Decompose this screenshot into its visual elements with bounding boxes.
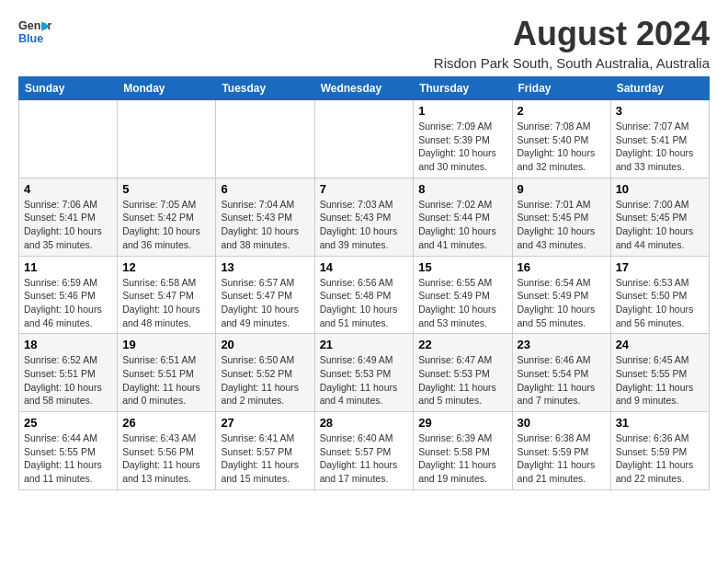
header-cell-saturday: Saturday (610, 77, 709, 100)
calendar-week-row: 18Sunrise: 6:52 AM Sunset: 5:51 PM Dayli… (19, 334, 710, 412)
day-number: 2 (518, 104, 606, 118)
day-info: Sunrise: 7:01 AM Sunset: 5:45 PM Dayligh… (518, 198, 606, 252)
calendar-cell: 5Sunrise: 7:05 AM Sunset: 5:42 PM Daylig… (118, 178, 216, 256)
day-number: 12 (122, 260, 210, 274)
calendar-cell: 12Sunrise: 6:58 AM Sunset: 5:47 PM Dayli… (118, 256, 216, 334)
calendar-week-row: 11Sunrise: 6:59 AM Sunset: 5:46 PM Dayli… (19, 256, 710, 334)
calendar-cell: 19Sunrise: 6:51 AM Sunset: 5:51 PM Dayli… (118, 334, 216, 412)
day-info: Sunrise: 7:00 AM Sunset: 5:45 PM Dayligh… (616, 198, 704, 252)
day-info: Sunrise: 6:50 AM Sunset: 5:52 PM Dayligh… (221, 353, 309, 408)
calendar-cell: 31Sunrise: 6:36 AM Sunset: 5:59 PM Dayli… (610, 412, 709, 490)
calendar-cell: 23Sunrise: 6:46 AM Sunset: 5:54 PM Dayli… (512, 334, 610, 412)
day-number: 9 (518, 182, 606, 196)
calendar-cell: 15Sunrise: 6:55 AM Sunset: 5:49 PM Dayli… (414, 256, 512, 334)
logo: General Blue (18, 15, 51, 48)
day-info: Sunrise: 6:53 AM Sunset: 5:50 PM Dayligh… (616, 276, 704, 330)
svg-text:Blue: Blue (18, 32, 43, 45)
header-row: SundayMondayTuesdayWednesdayThursdayFrid… (19, 77, 710, 100)
calendar-cell: 25Sunrise: 6:44 AM Sunset: 5:55 PM Dayli… (19, 412, 118, 490)
day-number: 19 (122, 338, 210, 351)
day-number: 13 (221, 260, 309, 274)
calendar-cell: 24Sunrise: 6:45 AM Sunset: 5:55 PM Dayli… (610, 334, 709, 412)
day-number: 1 (418, 104, 506, 118)
day-info: Sunrise: 6:36 AM Sunset: 5:59 PM Dayligh… (616, 431, 704, 486)
calendar-cell: 4Sunrise: 7:06 AM Sunset: 5:41 PM Daylig… (19, 178, 118, 256)
day-info: Sunrise: 6:54 AM Sunset: 5:49 PM Dayligh… (518, 276, 606, 330)
day-number: 16 (518, 260, 606, 274)
calendar-subtitle: Risdon Park South, South Australia, Aust… (434, 55, 710, 71)
day-info: Sunrise: 6:47 AM Sunset: 5:53 PM Dayligh… (418, 353, 506, 408)
day-number: 4 (24, 182, 112, 196)
calendar-cell: 14Sunrise: 6:56 AM Sunset: 5:48 PM Dayli… (314, 256, 414, 334)
day-number: 6 (221, 182, 309, 196)
day-number: 31 (616, 416, 704, 430)
calendar-cell: 29Sunrise: 6:39 AM Sunset: 5:58 PM Dayli… (414, 412, 512, 490)
day-info: Sunrise: 7:03 AM Sunset: 5:43 PM Dayligh… (320, 198, 409, 252)
calendar-cell: 28Sunrise: 6:40 AM Sunset: 5:57 PM Dayli… (314, 412, 414, 490)
day-info: Sunrise: 6:55 AM Sunset: 5:49 PM Dayligh… (418, 276, 506, 330)
calendar-cell: 3Sunrise: 7:07 AM Sunset: 5:41 PM Daylig… (610, 100, 709, 178)
day-info: Sunrise: 7:04 AM Sunset: 5:43 PM Dayligh… (221, 198, 309, 252)
calendar-cell: 2Sunrise: 7:08 AM Sunset: 5:40 PM Daylig… (512, 100, 610, 178)
day-info: Sunrise: 6:59 AM Sunset: 5:46 PM Dayligh… (24, 276, 112, 330)
calendar-cell: 17Sunrise: 6:53 AM Sunset: 5:50 PM Dayli… (610, 256, 709, 334)
day-info: Sunrise: 6:43 AM Sunset: 5:56 PM Dayligh… (122, 431, 210, 486)
day-number: 26 (122, 416, 210, 430)
calendar-cell: 18Sunrise: 6:52 AM Sunset: 5:51 PM Dayli… (19, 334, 118, 412)
header-cell-monday: Monday (118, 77, 216, 100)
day-number: 8 (418, 182, 506, 196)
calendar-week-row: 25Sunrise: 6:44 AM Sunset: 5:55 PM Dayli… (19, 412, 710, 490)
calendar-title: August 2024 (434, 15, 710, 53)
calendar-week-row: 1Sunrise: 7:09 AM Sunset: 5:39 PM Daylig… (19, 100, 710, 178)
calendar-cell: 1Sunrise: 7:09 AM Sunset: 5:39 PM Daylig… (414, 100, 512, 178)
day-number: 14 (320, 260, 409, 274)
day-info: Sunrise: 7:02 AM Sunset: 5:44 PM Dayligh… (418, 198, 506, 252)
day-info: Sunrise: 6:49 AM Sunset: 5:53 PM Dayligh… (320, 353, 409, 408)
page-header: General Blue August 2024 Risdon Park Sou… (18, 15, 710, 71)
day-info: Sunrise: 6:39 AM Sunset: 5:58 PM Dayligh… (418, 431, 506, 486)
calendar-cell: 16Sunrise: 6:54 AM Sunset: 5:49 PM Dayli… (512, 256, 610, 334)
day-number: 24 (616, 338, 704, 351)
day-info: Sunrise: 7:05 AM Sunset: 5:42 PM Dayligh… (122, 198, 210, 252)
day-number: 20 (221, 338, 309, 351)
day-info: Sunrise: 6:56 AM Sunset: 5:48 PM Dayligh… (320, 276, 409, 330)
logo-icon: General Blue (18, 15, 51, 48)
day-number: 29 (418, 416, 506, 430)
calendar-cell: 13Sunrise: 6:57 AM Sunset: 5:47 PM Dayli… (216, 256, 314, 334)
day-number: 5 (122, 182, 210, 196)
calendar-cell (216, 100, 314, 178)
calendar-cell (118, 100, 216, 178)
calendar-cell (314, 100, 414, 178)
day-info: Sunrise: 7:09 AM Sunset: 5:39 PM Dayligh… (418, 120, 506, 174)
title-section: August 2024 Risdon Park South, South Aus… (434, 15, 710, 71)
calendar-cell: 22Sunrise: 6:47 AM Sunset: 5:53 PM Dayli… (414, 334, 512, 412)
day-number: 15 (418, 260, 506, 274)
calendar-cell: 10Sunrise: 7:00 AM Sunset: 5:45 PM Dayli… (610, 178, 709, 256)
day-number: 27 (221, 416, 309, 430)
header-cell-sunday: Sunday (19, 77, 118, 100)
header-cell-thursday: Thursday (414, 77, 512, 100)
calendar-cell (19, 100, 118, 178)
day-info: Sunrise: 7:08 AM Sunset: 5:40 PM Dayligh… (518, 120, 606, 174)
day-number: 23 (518, 338, 606, 351)
day-info: Sunrise: 6:44 AM Sunset: 5:55 PM Dayligh… (24, 431, 112, 486)
day-number: 28 (320, 416, 409, 430)
calendar-cell: 11Sunrise: 6:59 AM Sunset: 5:46 PM Dayli… (19, 256, 118, 334)
calendar-cell: 27Sunrise: 6:41 AM Sunset: 5:57 PM Dayli… (216, 412, 314, 490)
day-info: Sunrise: 6:52 AM Sunset: 5:51 PM Dayligh… (24, 353, 112, 408)
day-info: Sunrise: 6:46 AM Sunset: 5:54 PM Dayligh… (518, 353, 606, 408)
header-cell-friday: Friday (512, 77, 610, 100)
day-number: 3 (616, 104, 704, 118)
day-number: 22 (418, 338, 506, 351)
calendar-cell: 20Sunrise: 6:50 AM Sunset: 5:52 PM Dayli… (216, 334, 314, 412)
day-number: 25 (24, 416, 112, 430)
day-number: 21 (320, 338, 409, 351)
header-cell-tuesday: Tuesday (216, 77, 314, 100)
calendar-cell: 6Sunrise: 7:04 AM Sunset: 5:43 PM Daylig… (216, 178, 314, 256)
day-info: Sunrise: 6:45 AM Sunset: 5:55 PM Dayligh… (616, 353, 704, 408)
day-info: Sunrise: 7:07 AM Sunset: 5:41 PM Dayligh… (616, 120, 704, 174)
day-number: 18 (24, 338, 112, 351)
day-info: Sunrise: 7:06 AM Sunset: 5:41 PM Dayligh… (24, 198, 112, 252)
day-info: Sunrise: 6:38 AM Sunset: 5:59 PM Dayligh… (518, 431, 606, 486)
calendar-cell: 26Sunrise: 6:43 AM Sunset: 5:56 PM Dayli… (118, 412, 216, 490)
